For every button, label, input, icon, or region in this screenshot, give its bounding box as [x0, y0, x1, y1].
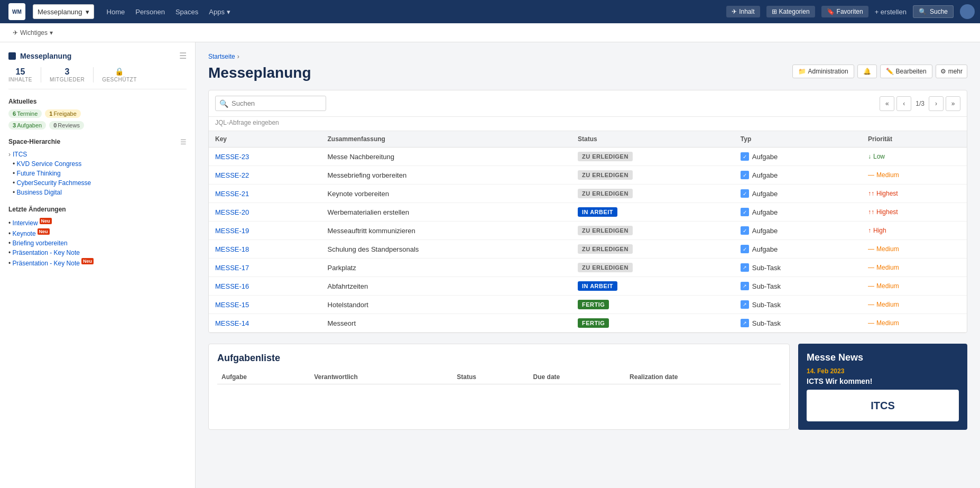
issue-key-link[interactable]: MESSE-15: [215, 301, 249, 309]
type-cell: ✓Aufgabe: [741, 171, 855, 179]
table-row: MESSE-15 Hotelstandort FERTIG ↗Sub-Task …: [209, 296, 967, 314]
issues-table-head: Key Zusammenfassung Status Typ Priorität: [209, 131, 967, 148]
cybersecurity-link[interactable]: CyberSecurity Fachmesse: [17, 179, 91, 187]
tag-termine[interactable]: 6Termine: [8, 109, 42, 118]
page-next-button[interactable]: ›: [929, 96, 944, 111]
nav-apps-label: Apps: [209, 8, 225, 16]
issue-key-link[interactable]: MESSE-16: [215, 282, 249, 290]
aktuelles-title: Aktuelles: [8, 98, 187, 105]
cell-type: ✓Aufgabe: [734, 185, 862, 203]
priority-icon: —: [868, 301, 874, 308]
cell-key: MESSE-16: [209, 277, 321, 296]
bearbeiten-label: Bearbeiten: [896, 68, 927, 75]
issue-key-link[interactable]: MESSE-22: [215, 171, 249, 179]
favoriten-icon: 🔖: [827, 8, 835, 15]
priority-cell: ↓Low: [868, 153, 960, 160]
news-headline: ICTS Wir kommen!: [807, 377, 959, 385]
nav-personen[interactable]: Personen: [131, 6, 169, 18]
issue-key-link[interactable]: MESSE-18: [215, 245, 249, 253]
mehr-button[interactable]: ⚙ mehr: [936, 65, 967, 78]
issue-key-link[interactable]: MESSE-14: [215, 319, 249, 327]
table-row: MESSE-22 Messebriefing vorbereiten ZU ER…: [209, 166, 967, 185]
task-list-panel: Aufgabenliste Aufgabe Verantwortlich Sta…: [208, 344, 790, 430]
business-digital-link[interactable]: Business Digital: [17, 189, 62, 196]
task-list-head: Aufgabe Verantwortlich Status Due date R…: [217, 370, 781, 384]
interview-link[interactable]: Interview: [13, 219, 38, 227]
kategorien-label: Kategorien: [779, 8, 810, 15]
issue-summary: Messebriefing vorbereiten: [328, 171, 407, 179]
list-item: • CyberSecurity Fachmesse: [8, 178, 187, 188]
page-prev-button[interactable]: ‹: [896, 96, 911, 111]
bearbeiten-button[interactable]: ✏️ Bearbeiten: [880, 65, 932, 78]
sidebar-menu-icon[interactable]: ☰: [179, 51, 187, 61]
issue-key-link[interactable]: MESSE-20: [215, 208, 249, 216]
status-badge: ZU ERLEDIGEN: [578, 170, 633, 180]
kategorien-pill[interactable]: ⊞ Kategorien: [766, 6, 815, 17]
table-search-input[interactable]: [215, 96, 326, 111]
create-button[interactable]: + erstellen: [875, 8, 907, 16]
wichtiges-item[interactable]: ✈ Wichtiges ▾: [8, 27, 57, 39]
nav-right: ✈ Inhalt ⊞ Kategorien 🔖 Favoriten + erst…: [726, 4, 975, 19]
type-label: Sub-Task: [752, 282, 781, 290]
inhalt-pill[interactable]: ✈ Inhalt: [726, 6, 760, 17]
notification-button[interactable]: 🔔: [857, 65, 877, 78]
nav-home[interactable]: Home: [103, 6, 130, 18]
issue-key-link[interactable]: MESSE-19: [215, 227, 249, 235]
praesentation2-link[interactable]: Präsentation - Key Note: [13, 260, 80, 267]
issues-table: Key Zusammenfassung Status Typ Priorität…: [209, 131, 967, 333]
news-panel: Messe News 14. Feb 2023 ICTS Wir kommen!…: [798, 344, 967, 430]
cell-type: ✓Aufgabe: [734, 222, 862, 240]
cell-status: ZU ERLEDIGEN: [571, 148, 734, 166]
cell-type: ↗Sub-Task: [734, 296, 862, 314]
issue-summary: Schulung des Standpersonals: [328, 245, 419, 253]
nav-links: Home Personen Spaces Apps ▾: [103, 6, 235, 18]
breadcrumb: Startseite ›: [208, 53, 967, 60]
issue-summary: Parkplatz: [328, 264, 356, 272]
cell-status: ZU ERLEDIGEN: [571, 259, 734, 277]
space-selector[interactable]: Messeplanung ▾: [33, 4, 94, 19]
table-row: MESSE-14 Messeort FERTIG ↗Sub-Task —Medi…: [209, 314, 967, 333]
itcs-link[interactable]: ITCS: [13, 151, 27, 158]
briefing-link[interactable]: Briefing vorbereiten: [13, 240, 68, 247]
search-box[interactable]: 🔍 Suche: [913, 5, 954, 18]
space-selector-arrow: ▾: [86, 8, 89, 16]
issue-key-link[interactable]: MESSE-17: [215, 264, 249, 272]
tag-reviews[interactable]: 0Reviews: [49, 121, 84, 130]
task-list-table: Aufgabe Verantwortlich Status Due date R…: [217, 370, 781, 384]
administration-button[interactable]: 📁 Administration: [792, 65, 854, 78]
nav-spaces[interactable]: Spaces: [171, 6, 202, 18]
cell-summary: Messeort: [321, 314, 571, 333]
issue-key-link[interactable]: MESSE-23: [215, 153, 249, 161]
cell-priority: —Medium: [862, 314, 967, 333]
nav-apps[interactable]: Apps ▾: [205, 6, 234, 18]
cell-status: ZU ERLEDIGEN: [571, 240, 734, 259]
priority-label: Medium: [876, 264, 899, 271]
page-first-button[interactable]: «: [880, 96, 894, 111]
aufgabe-icon: ✓: [741, 152, 749, 161]
task-col-status: Status: [452, 370, 529, 384]
table-row: MESSE-19 Messeauftritt kommunizieren ZU …: [209, 222, 967, 240]
tag-termine-number: 6: [13, 111, 16, 117]
kvd-link[interactable]: KVD Service Congress: [17, 160, 82, 168]
breadcrumb-home[interactable]: Startseite: [208, 53, 235, 60]
page-last-button[interactable]: »: [946, 96, 960, 111]
sub-navigation: ✈ Wichtiges ▾: [0, 23, 980, 42]
type-cell: ✓Aufgabe: [741, 226, 855, 235]
future-thinking-link[interactable]: Future Thinking: [17, 170, 61, 177]
praesentation1-link[interactable]: Präsentation - Key Note: [13, 249, 80, 256]
tag-reviews-number: 0: [53, 122, 57, 128]
page-info: 1/3: [913, 100, 927, 107]
user-avatar[interactable]: [960, 4, 975, 19]
keynote-link[interactable]: Keynote: [13, 230, 36, 237]
cell-status: IN ARBEIT: [571, 203, 734, 222]
subtask-icon: ↗: [741, 263, 749, 272]
space-hierarchie-menu[interactable]: ☰: [180, 138, 187, 150]
tag-freigabe[interactable]: 1Freigabe: [45, 109, 81, 118]
logo-area[interactable]: WM: [5, 0, 29, 23]
tag-aufgaben[interactable]: 3Aufgaben: [8, 121, 46, 130]
favoriten-pill[interactable]: 🔖 Favoriten: [821, 6, 868, 17]
sidebar-aktuelles: Aktuelles 6Termine 1Freigabe 3Aufgaben 0…: [8, 98, 187, 130]
issue-key-link[interactable]: MESSE-21: [215, 190, 249, 198]
new-badge: Neu: [38, 228, 50, 235]
space-hierarchie-list: ›ITCS • KVD Service Congress • Future Th…: [8, 150, 187, 197]
